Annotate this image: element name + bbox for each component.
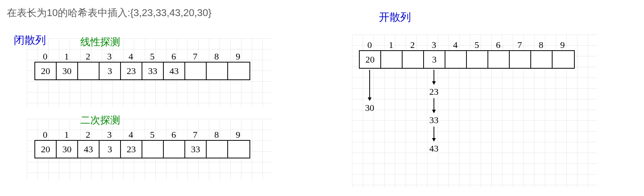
index-label: 4 (120, 51, 142, 62)
index-label: 2 (77, 51, 99, 62)
index-label: 6 (163, 51, 184, 62)
index-label: 3 (423, 40, 445, 50)
index-label: 4 (120, 130, 142, 140)
index-label: 7 (184, 130, 206, 140)
table-cell: 3 (424, 51, 445, 68)
index-label: 1 (380, 40, 402, 50)
table-cell: 30 (57, 141, 78, 158)
table-cell: 20 (35, 141, 57, 158)
index-label: 9 (227, 130, 249, 140)
table-cell (488, 51, 510, 68)
closed-hashing-label: 闭散列 (14, 33, 46, 48)
index-label: 3 (99, 130, 120, 140)
index-label: 5 (466, 40, 487, 50)
open-hashing-table: 0 1 2 3 4 5 6 7 8 9 20 3 (359, 40, 575, 69)
quadratic-probe-table: 0 1 2 3 4 5 6 7 8 9 20 30 43 3 23 33 (34, 130, 250, 158)
index-label: 1 (56, 130, 77, 140)
index-label: 1 (56, 51, 77, 62)
open-hashing-label: 开散列 (379, 10, 411, 25)
chain-node: 43 (423, 143, 445, 154)
linear-probe-label: 线性探测 (80, 35, 120, 49)
index-label: 0 (359, 40, 380, 50)
table-cell: 33 (142, 63, 164, 79)
index-label: 9 (227, 51, 249, 62)
table-cell: 43 (164, 63, 185, 79)
arrow-down-icon (369, 70, 370, 100)
table-cell (185, 63, 207, 79)
table-cell (228, 63, 249, 79)
table-cell: 33 (185, 141, 207, 158)
table-cell: 43 (78, 141, 99, 158)
index-label: 8 (206, 130, 227, 140)
index-label: 7 (184, 51, 206, 62)
index-label: 2 (77, 130, 99, 140)
table-cell (403, 51, 424, 68)
table-cell: 30 (57, 63, 78, 79)
table-cell: 20 (360, 51, 381, 68)
table-cell (207, 141, 228, 158)
arrow-down-icon (434, 127, 434, 141)
index-label: 6 (163, 130, 184, 140)
index-label: 8 (206, 51, 227, 62)
table-cell (531, 51, 553, 68)
table-cell (381, 51, 403, 68)
table-cell (142, 141, 164, 158)
index-label: 0 (34, 51, 56, 62)
table-cell: 3 (99, 141, 121, 158)
arrow-down-icon (434, 98, 434, 113)
index-label: 5 (142, 51, 163, 62)
table-cell (78, 63, 99, 79)
chain-node: 23 (423, 87, 445, 97)
index-label: 3 (99, 51, 120, 62)
table-cell (553, 51, 574, 68)
table-cell (467, 51, 488, 68)
index-label: 4 (445, 40, 466, 50)
chain-node: 30 (359, 103, 380, 113)
table-cell (207, 63, 228, 79)
table-cell (510, 51, 531, 68)
linear-probe-table: 0 1 2 3 4 5 6 7 8 9 20 30 3 23 33 43 (34, 51, 250, 80)
table-cell (445, 51, 467, 68)
table-cell (164, 141, 185, 158)
table-cell (228, 141, 249, 158)
index-label: 6 (487, 40, 509, 50)
arrow-down-icon (434, 70, 434, 84)
table-cell: 20 (35, 63, 57, 79)
index-label: 9 (552, 40, 573, 50)
table-cell: 23 (121, 63, 142, 79)
table-cell: 23 (121, 141, 142, 158)
chain-node: 33 (423, 115, 445, 125)
intro-text: 在表长为10的哈希表中插入:{3,23,33,43,20,30} (7, 6, 212, 20)
index-label: 2 (402, 40, 423, 50)
index-label: 8 (530, 40, 552, 50)
index-label: 5 (142, 130, 163, 140)
table-cell: 3 (99, 63, 121, 79)
quadratic-probe-label: 二次探测 (80, 114, 120, 127)
index-label: 7 (509, 40, 530, 50)
index-label: 0 (34, 130, 56, 140)
